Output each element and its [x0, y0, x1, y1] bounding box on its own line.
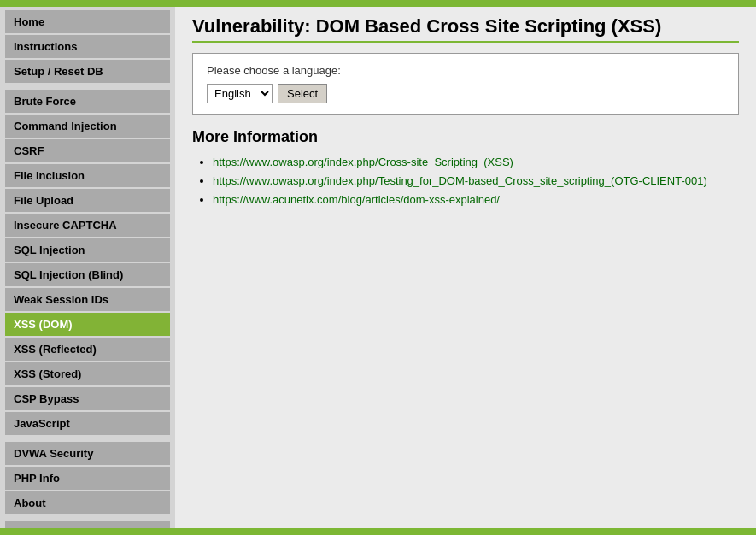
sidebar-item-insecure-captcha[interactable]: Insecure CAPTCHA	[5, 214, 170, 237]
sidebar: HomeInstructionsSetup / Reset DBBrute Fo…	[0, 7, 175, 528]
sidebar-item-xss-dom[interactable]: XSS (DOM)	[5, 313, 170, 336]
select-button[interactable]: Select	[278, 84, 327, 103]
sidebar-item-instructions[interactable]: Instructions	[5, 35, 170, 58]
sidebar-item-home[interactable]: Home	[5, 10, 170, 33]
sidebar-item-file-inclusion[interactable]: File Inclusion	[5, 164, 170, 187]
top-bar	[0, 0, 756, 7]
sidebar-item-php-info[interactable]: PHP Info	[5, 467, 170, 490]
sidebar-item-csrf[interactable]: CSRF	[5, 139, 170, 162]
main-content: Vulnerability: DOM Based Cross Site Scri…	[175, 7, 756, 528]
more-info-link-0[interactable]: https://www.owasp.org/index.php/Cross-si…	[213, 156, 513, 168]
sidebar-item-command-injection[interactable]: Command Injection	[5, 115, 170, 138]
sidebar-item-weak-session-ids[interactable]: Weak Session IDs	[5, 288, 170, 311]
sidebar-item-xss-stored[interactable]: XSS (Stored)	[5, 362, 170, 385]
lang-prompt: Please choose a language:	[207, 64, 724, 77]
sidebar-item-about[interactable]: About	[5, 491, 170, 514]
sidebar-item-logout[interactable]: Logout	[5, 521, 170, 528]
sidebar-item-javascript[interactable]: JavaScript	[5, 412, 170, 435]
more-info-link-1[interactable]: https://www.owasp.org/index.php/Testing_…	[213, 174, 707, 187]
language-box: Please choose a language: EnglishFrenchS…	[192, 53, 739, 115]
sidebar-item-sql-injection[interactable]: SQL Injection	[5, 238, 170, 262]
lang-controls: EnglishFrenchSpanish Select	[207, 84, 724, 103]
sidebar-item-brute-force[interactable]: Brute Force	[5, 90, 170, 113]
bottom-bar	[0, 528, 756, 535]
language-select[interactable]: EnglishFrenchSpanish	[207, 84, 273, 103]
sidebar-item-setup-reset-db[interactable]: Setup / Reset DB	[5, 60, 170, 83]
sidebar-item-dvwa-security[interactable]: DVWA Security	[5, 442, 170, 465]
more-info-title: More Information	[192, 128, 739, 146]
sidebar-item-xss-reflected[interactable]: XSS (Reflected)	[5, 338, 170, 361]
more-info-list: https://www.owasp.org/index.php/Cross-si…	[192, 155, 739, 206]
page-title: Vulnerability: DOM Based Cross Site Scri…	[192, 15, 739, 43]
sidebar-item-csp-bypass[interactable]: CSP Bypass	[5, 387, 170, 410]
more-info-link-2[interactable]: https://www.acunetix.com/blog/articles/d…	[213, 193, 500, 206]
sidebar-item-sql-injection-blind[interactable]: SQL Injection (Blind)	[5, 263, 170, 286]
sidebar-item-file-upload[interactable]: File Upload	[5, 189, 170, 212]
